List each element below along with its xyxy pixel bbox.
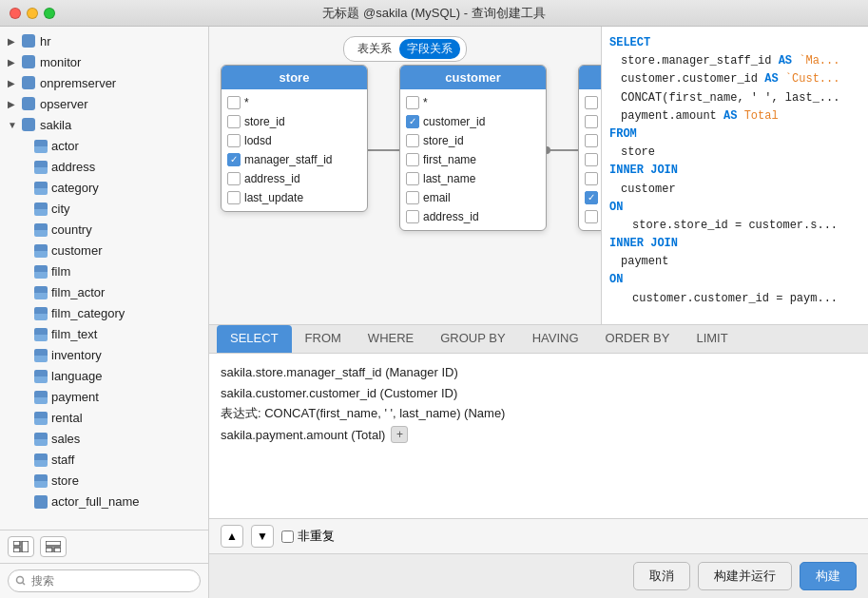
sidebar-item-hr[interactable]: ▶ hr (0, 30, 208, 51)
sidebar-item-category[interactable]: category (0, 177, 208, 198)
maximize-button[interactable] (44, 8, 55, 19)
build-run-button[interactable]: 构建并运行 (698, 562, 792, 590)
field-checkbox-checked[interactable] (406, 115, 419, 128)
table-icon (34, 284, 51, 299)
field-checkbox[interactable] (227, 172, 241, 185)
canvas-area: 表关系 字段关系 store (209, 27, 602, 324)
field-checkbox[interactable] (227, 191, 241, 204)
move-down-button[interactable]: ▼ (251, 525, 274, 548)
layout-btn-1[interactable] (8, 536, 34, 557)
table-field[interactable]: first_name (406, 150, 540, 169)
sidebar-item-film[interactable]: film (0, 260, 208, 281)
table-field[interactable]: lodsd (227, 131, 361, 150)
sidebar-item-store[interactable]: store (0, 470, 208, 491)
field-name: manager_staff_id (244, 153, 333, 166)
distinct-checkbox[interactable] (281, 530, 294, 543)
layout-btn-2[interactable] (40, 536, 67, 557)
table-field[interactable]: address_id (227, 169, 361, 188)
tab-select[interactable]: SELECT (217, 325, 292, 353)
sidebar-item-film_text[interactable]: film_text (0, 323, 208, 344)
table-field[interactable]: address_id (406, 207, 540, 226)
table-field[interactable]: staff_i... (585, 150, 602, 169)
field-checkbox[interactable] (406, 191, 419, 204)
sidebar-item-label: country (51, 222, 92, 237)
tab-limit[interactable]: LIMIT (683, 325, 741, 353)
tab-groupby[interactable]: GROUP BY (427, 325, 518, 353)
search-input[interactable] (8, 569, 201, 592)
table-field[interactable]: store_id (227, 112, 361, 131)
close-button[interactable] (10, 8, 21, 19)
sidebar-item-label: actor_full_name (51, 494, 140, 509)
table-field[interactable]: store_id (406, 131, 540, 150)
sidebar-item-opserver[interactable]: ▶ opserver (0, 93, 208, 114)
field-name: customer_id (423, 115, 485, 128)
sidebar-item-actor_full_name[interactable]: actor_full_name (0, 491, 208, 511)
field-checkbox[interactable] (406, 153, 419, 166)
field-checkbox[interactable] (585, 210, 598, 223)
sidebar-item-inventory[interactable]: inventory (0, 344, 208, 365)
field-checkbox[interactable] (227, 134, 241, 147)
sidebar-item-label: onpremserver (40, 76, 116, 90)
sidebar-item-rental[interactable]: rental (0, 407, 208, 428)
table-field[interactable]: amoun... (585, 188, 602, 207)
cancel-button[interactable]: 取消 (633, 562, 690, 590)
sidebar-item-film_actor[interactable]: film_actor (0, 281, 208, 302)
sidebar-item-payment[interactable]: payment (0, 386, 208, 407)
table-icon (34, 431, 51, 446)
sidebar-item-label: sales (51, 432, 80, 446)
toggle-table-relation[interactable]: 表关系 (350, 39, 399, 59)
field-checkbox-checked[interactable] (585, 191, 598, 204)
field-checkbox[interactable] (585, 172, 598, 185)
table-field[interactable]: payme... (585, 207, 602, 226)
sidebar-item-onpremserver[interactable]: ▶ onpremserver (0, 72, 208, 93)
tab-orderby[interactable]: ORDER BY (592, 325, 684, 353)
table-field[interactable]: payme... (585, 112, 602, 131)
sidebar-search (0, 563, 208, 598)
toggle-field-relation[interactable]: 字段关系 (399, 39, 460, 59)
table-field[interactable]: * (227, 93, 361, 112)
field-checkbox-checked[interactable] (227, 153, 241, 166)
sidebar-item-country[interactable]: country (0, 219, 208, 240)
field-checkbox[interactable] (227, 96, 241, 109)
tab-from[interactable]: FROM (292, 325, 355, 353)
tab-where[interactable]: WHERE (355, 325, 427, 353)
field-checkbox[interactable] (585, 96, 598, 109)
table-field[interactable]: custo... (585, 131, 602, 150)
table-field[interactable]: * (406, 93, 540, 112)
minimize-button[interactable] (27, 8, 38, 19)
sidebar-item-sales[interactable]: sales (0, 428, 208, 449)
sidebar-item-monitor[interactable]: ▶ monitor (0, 51, 208, 72)
sql-line: store.manager_staff_id AS `Ma... (609, 52, 860, 70)
field-checkbox[interactable] (585, 115, 598, 128)
field-checkbox[interactable] (227, 115, 241, 128)
sidebar-item-city[interactable]: city (0, 198, 208, 219)
table-field[interactable]: manager_staff_id (227, 150, 361, 169)
table-field[interactable]: last_name (406, 169, 540, 188)
field-checkbox[interactable] (406, 210, 419, 223)
tab-having[interactable]: HAVING (519, 325, 592, 353)
sidebar-item-actor[interactable]: actor (0, 135, 208, 156)
field-checkbox[interactable] (585, 153, 598, 166)
move-up-button[interactable]: ▲ (221, 525, 243, 548)
field-checkbox[interactable] (585, 134, 598, 147)
table-field[interactable]: customer_id (406, 112, 540, 131)
expand-arrow: ▼ (8, 120, 21, 130)
sidebar-item-staff[interactable]: staff (0, 449, 208, 470)
sql-line: customer (609, 181, 860, 199)
table-field[interactable]: rental_... (585, 169, 602, 188)
build-button[interactable]: 构建 (800, 562, 857, 590)
sidebar-item-film_category[interactable]: film_category (0, 302, 208, 323)
add-field-button[interactable]: + (391, 426, 408, 443)
field-checkbox[interactable] (406, 96, 419, 109)
table-field[interactable]: last_update (227, 188, 361, 207)
sidebar-item-language[interactable]: language (0, 365, 208, 386)
select-field-row: sakila.customer.customer_id (Customer ID… (221, 382, 857, 403)
table-field[interactable]: * (585, 93, 602, 112)
table-field[interactable]: email (406, 188, 540, 207)
sidebar-item-sakila[interactable]: ▼ sakila (0, 114, 208, 135)
field-checkbox[interactable] (406, 134, 419, 147)
sidebar-item-address[interactable]: address (0, 156, 208, 177)
sidebar-item-label: film (51, 264, 70, 279)
field-checkbox[interactable] (406, 172, 419, 185)
sidebar-item-customer[interactable]: customer (0, 240, 208, 260)
